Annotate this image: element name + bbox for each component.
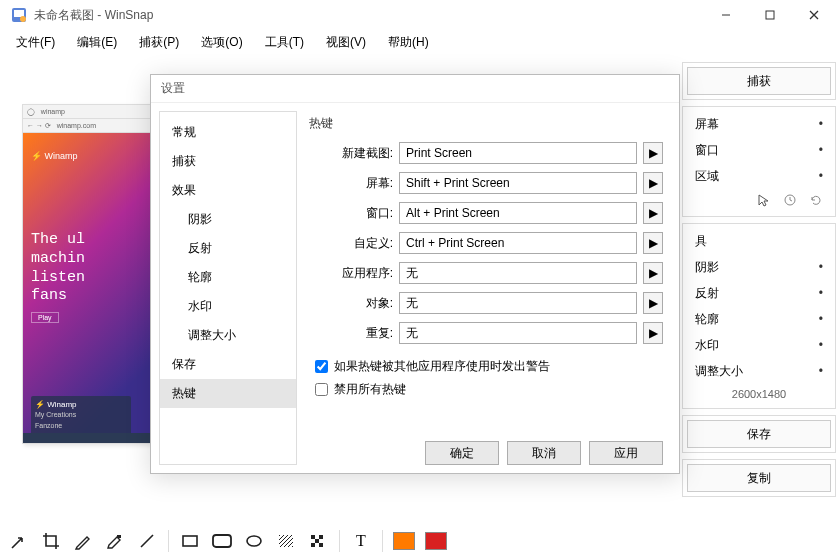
bullet-icon: • (819, 117, 823, 131)
effect-outline[interactable]: 轮廓• (687, 306, 831, 332)
color-red[interactable] (423, 528, 449, 554)
target-label: 窗口 (695, 142, 719, 159)
effect-watermark[interactable]: 水印• (687, 332, 831, 358)
pixelate-tool[interactable] (305, 528, 331, 554)
nav-shadow[interactable]: 阴影 (160, 205, 296, 234)
hk-custom-label: 自定义: (309, 235, 393, 252)
target-region[interactable]: 区域• (687, 163, 831, 189)
preview-play-button: Play (31, 312, 59, 323)
svg-point-10 (247, 536, 261, 546)
highlighter-tool[interactable] (102, 528, 128, 554)
hk-screen-input[interactable] (399, 172, 637, 194)
hk-new-label: 新建截图: (309, 145, 393, 162)
refresh-icon[interactable] (809, 193, 823, 210)
ok-button[interactable]: 确定 (425, 441, 499, 465)
menu-tools[interactable]: 工具(T) (257, 32, 312, 53)
preview-card-title: ⚡ Winamp (35, 400, 127, 409)
nav-watermark[interactable]: 水印 (160, 292, 296, 321)
separator (382, 530, 383, 552)
ellipse-tool[interactable] (241, 528, 267, 554)
hk-repeat-menu[interactable]: ▶ (643, 322, 663, 344)
minimize-button[interactable] (704, 1, 748, 29)
hk-new-menu[interactable]: ▶ (643, 142, 663, 164)
hk-disable-label: 禁用所有热键 (334, 381, 406, 398)
menu-help[interactable]: 帮助(H) (380, 32, 437, 53)
svg-rect-15 (315, 539, 319, 543)
nav-effects[interactable]: 效果 (160, 176, 296, 205)
pointer-icon[interactable] (757, 193, 771, 210)
crop-tool[interactable] (38, 528, 64, 554)
effects-header-label: 具 (695, 233, 707, 250)
target-window[interactable]: 窗口• (687, 137, 831, 163)
nav-save[interactable]: 保存 (160, 350, 296, 379)
apply-button[interactable]: 应用 (589, 441, 663, 465)
effect-label: 反射 (695, 285, 719, 302)
preview-card: ⚡ Winamp My Creations Fanzone (31, 396, 131, 435)
nav-capture[interactable]: 捕获 (160, 147, 296, 176)
effect-label: 轮廓 (695, 311, 719, 328)
hk-repeat-input[interactable] (399, 322, 637, 344)
menu-view[interactable]: 视图(V) (318, 32, 374, 53)
clock-icon[interactable] (783, 193, 797, 210)
menu-file[interactable]: 文件(F) (8, 32, 63, 53)
hk-object-input[interactable] (399, 292, 637, 314)
preview-browser-tab: ◯ winamp (23, 105, 161, 119)
screenshot-preview[interactable]: ◯ winamp ← → ⟳ winamp.com ⚡ Winamp The u… (22, 104, 162, 444)
hk-app-input[interactable] (399, 262, 637, 284)
target-screen[interactable]: 屏幕• (687, 111, 831, 137)
maximize-button[interactable] (748, 1, 792, 29)
color-orange[interactable] (391, 528, 417, 554)
image-dimensions: 2600x1480 (687, 384, 831, 404)
save-button[interactable]: 保存 (687, 420, 831, 448)
settings-dialog: 设置 常规 捕获 效果 阴影 反射 轮廓 水印 调整大小 保存 热键 热键 新建… (150, 74, 680, 474)
nav-general[interactable]: 常规 (160, 118, 296, 147)
effects-panel: 具 阴影• 反射• 轮廓• 水印• 调整大小• 2600x1480 (682, 223, 836, 409)
copy-button[interactable]: 复制 (687, 464, 831, 492)
rectangle-tool[interactable] (177, 528, 203, 554)
effect-resize[interactable]: 调整大小• (687, 358, 831, 384)
hk-new-input[interactable] (399, 142, 637, 164)
svg-rect-16 (311, 543, 315, 547)
bullet-icon: • (819, 260, 823, 274)
hk-window-menu[interactable]: ▶ (643, 202, 663, 224)
menubar: 文件(F) 编辑(E) 捕获(P) 选项(O) 工具(T) 视图(V) 帮助(H… (0, 30, 840, 54)
close-button[interactable] (792, 1, 836, 29)
hk-app-menu[interactable]: ▶ (643, 262, 663, 284)
effect-reflect[interactable]: 反射• (687, 280, 831, 306)
capture-button[interactable]: 捕获 (687, 67, 831, 95)
effect-shadow[interactable]: 阴影• (687, 254, 831, 280)
menu-options[interactable]: 选项(O) (193, 32, 250, 53)
hk-custom-menu[interactable]: ▶ (643, 232, 663, 254)
text-tool[interactable]: T (348, 528, 374, 554)
nav-reflect[interactable]: 反射 (160, 234, 296, 263)
bullet-icon: • (819, 364, 823, 378)
svg-rect-17 (319, 543, 323, 547)
effect-label: 调整大小 (695, 363, 743, 380)
hk-window-input[interactable] (399, 202, 637, 224)
hk-custom-input[interactable] (399, 232, 637, 254)
nav-hotkeys[interactable]: 热键 (160, 379, 296, 408)
bullet-icon: • (819, 143, 823, 157)
window-title: 未命名截图 - WinSnap (34, 7, 704, 24)
line-tool[interactable] (134, 528, 160, 554)
effect-label: 水印 (695, 337, 719, 354)
nav-outline[interactable]: 轮廓 (160, 263, 296, 292)
svg-line-7 (141, 535, 153, 547)
hk-object-menu[interactable]: ▶ (643, 292, 663, 314)
hk-disable-checkbox[interactable] (315, 383, 328, 396)
hk-screen-menu[interactable]: ▶ (643, 172, 663, 194)
pen-tool[interactable] (70, 528, 96, 554)
bottom-toolbar: T (0, 524, 840, 558)
blur-tool[interactable] (273, 528, 299, 554)
svg-rect-12 (279, 535, 293, 547)
effect-label: 阴影 (695, 259, 719, 276)
hk-warn-checkbox[interactable] (315, 360, 328, 373)
hk-warn-label: 如果热键被其他应用程序使用时发出警告 (334, 358, 550, 375)
cancel-button[interactable]: 取消 (507, 441, 581, 465)
nav-resize[interactable]: 调整大小 (160, 321, 296, 350)
menu-capture[interactable]: 捕获(P) (131, 32, 187, 53)
svg-point-2 (20, 16, 26, 22)
menu-edit[interactable]: 编辑(E) (69, 32, 125, 53)
arrow-tool[interactable] (6, 528, 32, 554)
rounded-rect-tool[interactable] (209, 528, 235, 554)
